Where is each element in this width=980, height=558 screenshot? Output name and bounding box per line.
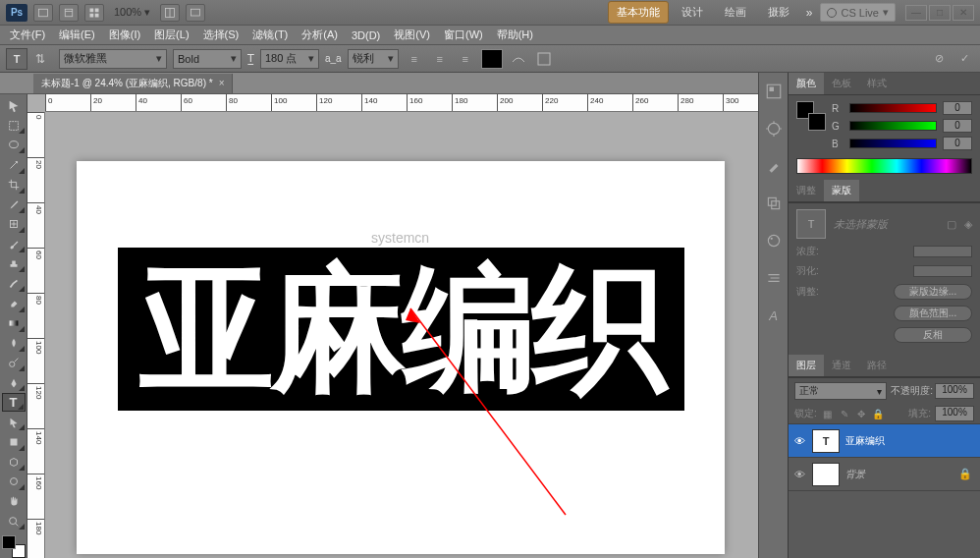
- b-value[interactable]: 0: [943, 137, 972, 150]
- tab-swatches[interactable]: 色板: [824, 73, 859, 94]
- dodge-tool[interactable]: [2, 354, 26, 372]
- font-family-select[interactable]: 微软雅黑: [59, 49, 167, 69]
- shape-tool[interactable]: [2, 432, 26, 451]
- tab-adjustments[interactable]: 调整: [789, 180, 824, 201]
- zoom-level[interactable]: 100% ▾: [110, 6, 154, 19]
- marquee-tool[interactable]: [2, 116, 26, 135]
- workspace-design[interactable]: 设计: [673, 1, 712, 24]
- lasso-tool[interactable]: [2, 136, 26, 154]
- tab-color[interactable]: 颜色: [789, 73, 824, 94]
- mask-edge-button[interactable]: 蒙版边缘...: [894, 284, 972, 300]
- color-spectrum[interactable]: [796, 158, 972, 174]
- lock-pixels-icon[interactable]: ✎: [838, 407, 851, 420]
- view-extras-icon[interactable]: [84, 4, 104, 22]
- tab-layers[interactable]: 图层: [789, 355, 824, 376]
- vector-mask-icon[interactable]: ◈: [964, 218, 972, 231]
- menu-view[interactable]: 视图(V): [388, 26, 436, 44]
- menu-analysis[interactable]: 分析(A): [296, 26, 344, 44]
- document-tab[interactable]: 未标题-1 @ 24.4% (亚麻编织, RGB/8) * ×: [33, 74, 233, 93]
- feather-field[interactable]: [913, 265, 972, 277]
- 3d-tool[interactable]: [2, 453, 26, 472]
- fill-value[interactable]: 100%: [935, 406, 974, 421]
- layer-thumbnail[interactable]: [812, 463, 840, 486]
- stamp-tool[interactable]: [2, 254, 26, 273]
- brush-tool[interactable]: [2, 235, 26, 253]
- lock-position-icon[interactable]: ✥: [854, 407, 868, 420]
- tool-presets-icon[interactable]: [762, 267, 786, 289]
- text-orientation-icon[interactable]: ⇅: [33, 49, 53, 69]
- text-color-swatch[interactable]: [481, 49, 503, 69]
- cancel-icon[interactable]: ⊘: [929, 49, 949, 69]
- brush-panel-icon[interactable]: [762, 155, 786, 177]
- menu-image[interactable]: 图像(I): [103, 26, 146, 44]
- mask-thumbnail[interactable]: T: [796, 209, 826, 239]
- document-canvas[interactable]: 亚麻编织 systemcn: [77, 161, 725, 554]
- window-minimize[interactable]: —: [905, 5, 927, 21]
- workspace-photo[interactable]: 摄影: [759, 1, 798, 24]
- workspace-painting[interactable]: 绘画: [716, 1, 755, 24]
- warp-text-icon[interactable]: [509, 49, 528, 69]
- antialias-select[interactable]: 锐利: [348, 49, 399, 69]
- foreground-color[interactable]: [2, 535, 16, 549]
- r-slider[interactable]: [849, 103, 937, 113]
- document-tab-close[interactable]: ×: [219, 78, 225, 88]
- opacity-value[interactable]: 100%: [935, 383, 974, 399]
- type-tool[interactable]: T: [2, 393, 26, 412]
- eraser-tool[interactable]: [2, 294, 26, 312]
- align-right-icon[interactable]: ≡: [456, 49, 475, 69]
- pixel-mask-icon[interactable]: ▢: [947, 218, 956, 231]
- menu-edit[interactable]: 编辑(E): [53, 26, 101, 44]
- screen-mode-icon[interactable]: [186, 4, 205, 22]
- tab-masks[interactable]: 蒙版: [824, 180, 859, 201]
- eyedropper-tool[interactable]: [2, 195, 26, 214]
- layer-row[interactable]: 👁 T 亚麻编织: [789, 424, 980, 458]
- adjust-panel-icon[interactable]: [762, 230, 786, 251]
- lock-transparency-icon[interactable]: ▦: [821, 407, 835, 420]
- workspace-essentials[interactable]: 基本功能: [608, 1, 669, 24]
- character-panel-icon[interactable]: [534, 49, 554, 69]
- font-style-select[interactable]: Bold: [173, 49, 242, 69]
- blend-mode-select[interactable]: 正常: [794, 382, 887, 400]
- tab-styles[interactable]: 样式: [859, 73, 895, 94]
- clone-panel-icon[interactable]: [762, 193, 786, 214]
- char-panel-icon[interactable]: A: [762, 305, 786, 326]
- arrange-docs-icon[interactable]: [160, 4, 180, 22]
- commit-icon[interactable]: ✓: [954, 49, 974, 69]
- color-range-button[interactable]: 颜色范围...: [894, 306, 972, 321]
- menu-file[interactable]: 文件(F): [4, 26, 51, 44]
- blur-tool[interactable]: [2, 334, 26, 353]
- panel-bg-swatch[interactable]: [808, 113, 826, 131]
- current-tool-icon[interactable]: T: [6, 48, 27, 70]
- layer-name[interactable]: 亚麻编织: [845, 434, 885, 448]
- b-slider[interactable]: [849, 139, 937, 148]
- align-left-icon[interactable]: ≡: [405, 49, 424, 69]
- text-layer-box[interactable]: 亚麻编织: [118, 248, 684, 411]
- visibility-icon[interactable]: 👁: [792, 468, 806, 481]
- actions-panel-icon[interactable]: [762, 118, 786, 140]
- healing-tool[interactable]: [2, 215, 26, 234]
- r-value[interactable]: 0: [943, 101, 972, 115]
- workspace-more-icon[interactable]: »: [802, 6, 817, 20]
- history-brush-tool[interactable]: [2, 274, 26, 293]
- color-swatches[interactable]: [2, 535, 26, 558]
- 3d-camera-tool[interactable]: [2, 473, 26, 491]
- ruler-vertical[interactable]: 020406080100120140160180: [27, 112, 45, 558]
- lock-all-icon[interactable]: 🔒: [871, 407, 885, 420]
- window-close[interactable]: ✕: [953, 5, 974, 21]
- menu-help[interactable]: 帮助(H): [491, 26, 539, 44]
- font-size-select[interactable]: 180 点: [260, 49, 319, 69]
- density-field[interactable]: [913, 246, 972, 257]
- visibility-icon[interactable]: 👁: [792, 434, 806, 448]
- window-maximize[interactable]: □: [929, 5, 951, 21]
- layer-row[interactable]: 👁 背景 🔒: [789, 458, 980, 491]
- minibridge-icon[interactable]: [59, 4, 79, 22]
- pen-tool[interactable]: [2, 373, 26, 392]
- menu-3d[interactable]: 3D(D): [346, 28, 386, 43]
- layer-name[interactable]: 背景: [845, 468, 865, 481]
- gradient-tool[interactable]: [2, 314, 26, 333]
- layer-thumbnail[interactable]: T: [812, 429, 840, 453]
- zoom-tool[interactable]: [2, 512, 26, 530]
- hand-tool[interactable]: [2, 492, 26, 511]
- menu-window[interactable]: 窗口(W): [438, 26, 489, 44]
- menu-filter[interactable]: 滤镜(T): [246, 26, 294, 44]
